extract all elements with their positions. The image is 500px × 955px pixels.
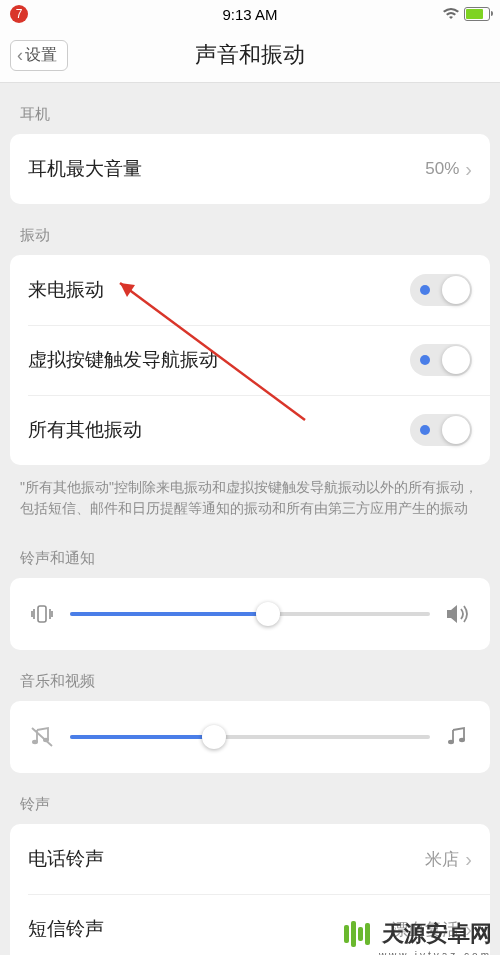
music-note-muted-icon	[28, 726, 56, 748]
wifi-icon	[442, 7, 460, 21]
status-time: 9:13 AM	[222, 6, 277, 23]
svg-rect-9	[358, 927, 363, 941]
notification-badge: 7	[10, 5, 28, 23]
page-header: ‹ 设置 声音和振动	[0, 28, 500, 83]
row-value: 50%	[425, 159, 459, 179]
battery-icon	[464, 7, 490, 21]
back-label: 设置	[25, 45, 57, 66]
back-button[interactable]: ‹ 设置	[10, 40, 68, 71]
row-ringtone-volume	[10, 578, 490, 650]
group-vibration: 来电振动 虚拟按键触发导航振动 所有其他振动	[10, 255, 490, 465]
watermark-logo-icon	[342, 917, 376, 951]
group-ringtone-volume	[10, 578, 490, 650]
status-bar: 7 9:13 AM	[0, 0, 500, 28]
row-value: 米店	[425, 848, 459, 871]
watermark: 天源安卓网 www.jytyaz.com	[342, 917, 492, 951]
watermark-text: 天源安卓网	[382, 921, 492, 946]
section-header-headphones: 耳机	[0, 83, 500, 134]
row-incoming-call-vibration[interactable]: 来电振动	[10, 255, 490, 325]
row-music-volume	[10, 701, 490, 773]
row-label: 耳机最大音量	[28, 156, 425, 182]
svg-rect-8	[351, 921, 356, 947]
chevron-right-icon: ›	[465, 848, 472, 871]
page-title: 声音和振动	[195, 40, 305, 70]
row-phone-ringtone[interactable]: 电话铃声 米店 ›	[10, 824, 490, 894]
svg-rect-10	[365, 923, 370, 945]
section-header-ringtones: 铃声	[0, 773, 500, 824]
group-music-volume	[10, 701, 490, 773]
ringtone-volume-slider[interactable]	[70, 612, 430, 616]
watermark-url: www.jytyaz.com	[379, 950, 492, 955]
svg-point-3	[448, 740, 454, 744]
svg-rect-7	[344, 925, 349, 943]
svg-point-4	[459, 738, 465, 742]
section-header-ringtone-notif: 铃声和通知	[0, 527, 500, 578]
chevron-right-icon: ›	[465, 158, 472, 181]
row-label: 电话铃声	[28, 846, 425, 872]
toggle-virtual-key[interactable]	[410, 344, 472, 376]
vibrate-icon	[28, 604, 56, 624]
section-header-vibration: 振动	[0, 204, 500, 255]
row-other-vibration[interactable]: 所有其他振动	[10, 395, 490, 465]
svg-rect-0	[38, 606, 46, 622]
svg-point-1	[32, 740, 38, 744]
vibration-description: "所有其他振动"控制除来电振动和虚拟按键触发导航振动以外的所有振动，包括短信、邮…	[0, 465, 500, 527]
section-header-music-video: 音乐和视频	[0, 650, 500, 701]
row-label: 所有其他振动	[28, 417, 410, 443]
toggle-incoming-call[interactable]	[410, 274, 472, 306]
speaker-icon	[444, 603, 472, 625]
chevron-left-icon: ‹	[17, 45, 23, 66]
group-headphones: 耳机最大音量 50% ›	[10, 134, 490, 204]
music-note-icon	[444, 726, 472, 748]
row-label: 虚拟按键触发导航振动	[28, 347, 410, 373]
row-label: 短信铃声	[28, 916, 391, 942]
row-headphone-max-volume[interactable]: 耳机最大音量 50% ›	[10, 134, 490, 204]
row-label: 来电振动	[28, 277, 410, 303]
row-virtual-key-vibration[interactable]: 虚拟按键触发导航振动	[10, 325, 490, 395]
music-volume-slider[interactable]	[70, 735, 430, 739]
toggle-other-vibration[interactable]	[410, 414, 472, 446]
